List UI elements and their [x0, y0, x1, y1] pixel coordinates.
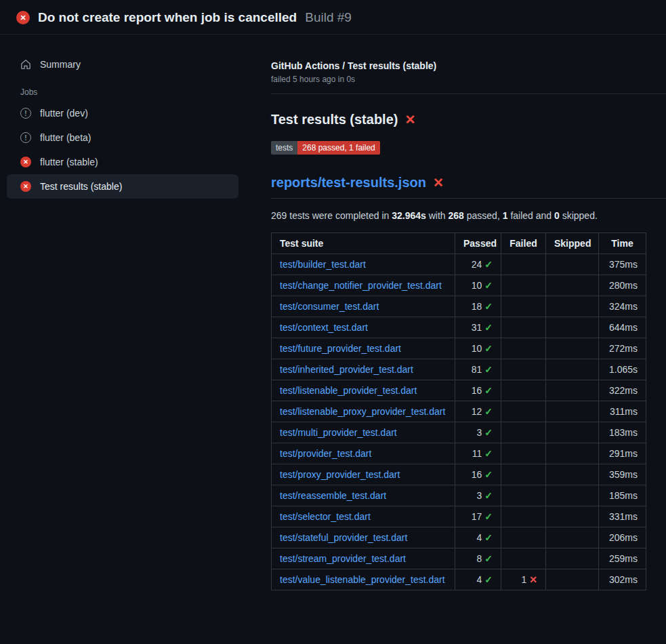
- table-row: test/reassemble_test.dart3 ✓185ms: [272, 485, 646, 506]
- summary-text: 269 tests were completed in: [271, 210, 392, 221]
- passed-cell: 10 ✓: [455, 338, 501, 359]
- report-file-link[interactable]: reports/test-results.json: [271, 175, 426, 190]
- time-cell: 302ms: [599, 569, 646, 590]
- suite-link[interactable]: test/reassemble_test.dart: [280, 490, 386, 501]
- skipped-cell: [546, 254, 599, 275]
- suite-link[interactable]: test/listenable_proxy_provider_test.dart: [280, 406, 445, 417]
- neutral-circle-icon: !: [20, 132, 31, 143]
- count-value: 10: [472, 280, 484, 291]
- time-cell: 280ms: [599, 275, 646, 296]
- suite-cell: test/provider_test.dart: [272, 443, 455, 464]
- skipped-cell: [546, 443, 599, 464]
- run-failed-status-icon: ✕: [16, 11, 30, 24]
- suite-cell: test/consumer_test.dart: [272, 296, 455, 317]
- suite-link[interactable]: test/builder_test.dart: [280, 259, 366, 270]
- count-value: 16: [472, 385, 484, 396]
- column-header-time: Time: [599, 233, 646, 254]
- skipped-cell: [546, 359, 599, 380]
- skipped-cell: [546, 527, 599, 548]
- suite-cell: test/change_notifier_provider_test.dart: [272, 275, 455, 296]
- failed-cell: [501, 401, 546, 422]
- suite-link[interactable]: test/value_listenable_provider_test.dart: [280, 574, 445, 585]
- sidebar-item-label: flutter (dev): [40, 108, 88, 119]
- skipped-cell: [546, 296, 599, 317]
- column-header-failed: Failed: [501, 233, 546, 254]
- suite-link[interactable]: test/stateful_provider_test.dart: [280, 532, 407, 543]
- suite-cell: test/builder_test.dart: [272, 254, 455, 275]
- failed-cell: [501, 296, 546, 317]
- summary-bold-value: 32.964s: [392, 210, 426, 221]
- count-value: 3: [477, 427, 485, 438]
- time-cell: 206ms: [599, 527, 646, 548]
- check-icon: ✓: [484, 364, 493, 375]
- sidebar-item-summary[interactable]: Summary: [7, 52, 238, 77]
- time-cell: 644ms: [599, 317, 646, 338]
- passed-cell: 16 ✓: [455, 380, 501, 401]
- passed-cell: 3 ✓: [455, 485, 501, 506]
- time-cell: 331ms: [599, 506, 646, 527]
- suite-link[interactable]: test/provider_test.dart: [280, 448, 371, 459]
- summary-text: failed and: [508, 210, 555, 221]
- failed-cell: [501, 464, 546, 485]
- skipped-cell: [546, 464, 599, 485]
- summary-bold-value: 1: [503, 210, 508, 221]
- check-icon: ✓: [484, 406, 493, 417]
- run-build-number: Build #9: [305, 10, 352, 25]
- sidebar-item-test-results-stable[interactable]: ✕Test results (stable): [7, 174, 238, 199]
- failed-cell: [501, 254, 546, 275]
- failed-cell: [501, 527, 546, 548]
- x-icon: ✕: [529, 574, 537, 585]
- sidebar-item-flutter-beta[interactable]: !flutter (beta): [7, 125, 238, 150]
- suite-cell: test/proxy_provider_test.dart: [272, 464, 455, 485]
- skipped-cell: [546, 317, 599, 338]
- count-value: 16: [472, 469, 484, 480]
- time-cell: 1.065s: [599, 359, 646, 380]
- suite-cell: test/reassemble_test.dart: [272, 485, 455, 506]
- passed-cell: 4 ✓: [455, 569, 501, 590]
- suite-link[interactable]: test/stream_provider_test.dart: [280, 553, 406, 564]
- check-icon: ✓: [484, 448, 493, 459]
- check-icon: ✓: [484, 469, 493, 480]
- sidebar-item-flutter-stable[interactable]: ✕flutter (stable): [7, 150, 238, 174]
- suite-link[interactable]: test/change_notifier_provider_test.dart: [280, 280, 442, 291]
- count-value: 8: [477, 553, 485, 564]
- failed-cell: [501, 548, 546, 569]
- tests-badge-label: tests: [271, 141, 297, 155]
- x-circle-icon: ✕: [20, 157, 31, 167]
- results-table-body: test/builder_test.dart24 ✓375mstest/chan…: [272, 254, 646, 590]
- count-value: 4: [477, 574, 485, 585]
- suite-link[interactable]: test/future_provider_test.dart: [280, 343, 401, 354]
- passed-cell: 12 ✓: [455, 401, 501, 422]
- time-cell: 272ms: [599, 338, 646, 359]
- results-table-head-row: Test suitePassedFailedSkippedTime: [272, 233, 646, 254]
- suite-link[interactable]: test/context_test.dart: [280, 322, 368, 333]
- sidebar-item-flutter-dev[interactable]: !flutter (dev): [7, 101, 238, 125]
- suite-link[interactable]: test/proxy_provider_test.dart: [280, 469, 400, 480]
- check-icon: ✓: [484, 259, 493, 270]
- report-heading: reports/test-results.json ✕: [271, 175, 666, 199]
- table-row: test/inherited_provider_test.dart81 ✓1.0…: [272, 359, 646, 380]
- check-icon: ✓: [484, 385, 493, 396]
- page-layout: Summary Jobs !flutter (dev)!flutter (bet…: [0, 35, 666, 590]
- summary-text: passed,: [464, 210, 503, 221]
- table-row: test/listenable_proxy_provider_test.dart…: [272, 401, 646, 422]
- passed-cell: 31 ✓: [455, 317, 501, 338]
- main-content: GitHub Actions / Test results (stable) f…: [271, 35, 666, 590]
- time-cell: 291ms: [599, 443, 646, 464]
- count-value: 12: [472, 406, 484, 417]
- suite-link[interactable]: test/inherited_provider_test.dart: [280, 364, 413, 375]
- suite-cell: test/stream_provider_test.dart: [272, 548, 455, 569]
- run-header: ✕ Do not create report when job is cance…: [0, 0, 666, 35]
- suite-link[interactable]: test/multi_provider_test.dart: [280, 427, 397, 438]
- suite-link[interactable]: test/selector_test.dart: [280, 511, 371, 522]
- summary-text: with: [426, 210, 449, 221]
- suite-link[interactable]: test/consumer_test.dart: [280, 301, 379, 312]
- failed-cell: [501, 422, 546, 443]
- table-row: test/builder_test.dart24 ✓375ms: [272, 254, 646, 275]
- suite-link[interactable]: test/listenable_provider_test.dart: [280, 385, 417, 396]
- check-icon: ✓: [484, 532, 493, 543]
- tests-badge: tests 268 passed, 1 failed: [271, 141, 380, 155]
- x-circle-icon: ✕: [20, 181, 31, 192]
- divider: [271, 94, 666, 94]
- table-row: test/future_provider_test.dart10 ✓272ms: [272, 338, 646, 359]
